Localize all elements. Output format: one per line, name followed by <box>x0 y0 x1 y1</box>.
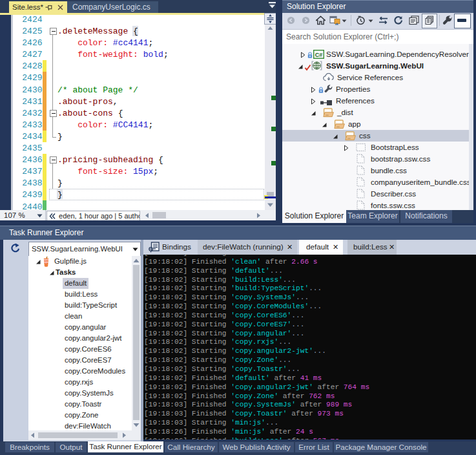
svg-text:C#: C# <box>315 52 323 58</box>
